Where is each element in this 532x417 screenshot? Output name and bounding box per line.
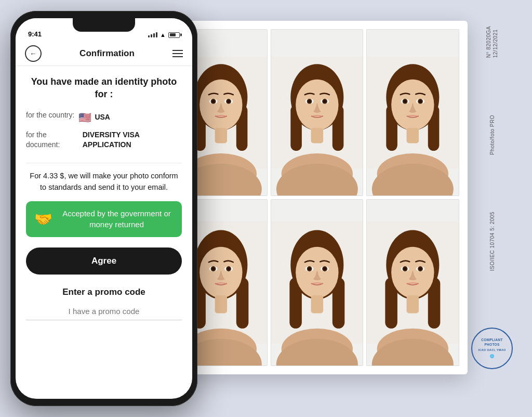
svg-rect-14 [215, 128, 228, 143]
nav-bar: ← Confirmation [16, 41, 192, 66]
svg-point-69 [323, 267, 326, 270]
svg-point-80 [404, 267, 407, 270]
svg-rect-42 [407, 128, 419, 143]
svg-point-10 [212, 100, 215, 103]
phone-shell: 9:41 ▲ ← Confirmation [10, 11, 197, 406]
svg-rect-56 [215, 295, 228, 313]
guarantee-text: Accepted by the government or money retu… [60, 208, 174, 230]
country-row: for the country: 🇺🇸 USA [26, 110, 182, 125]
sheet-label: N° 82020GA 12/12/2021 Photo/foto PRO ISO… [470, 21, 514, 374]
photo-sheet-wrapper: N° 82020GA 12/12/2021 Photo/foto PRO ISO… [166, 21, 520, 395]
photo-cell-5 [271, 199, 364, 366]
headline: You have made an identity photo for : [26, 75, 182, 101]
guarantee-banner: 🤝 Accepted by the government or money re… [26, 201, 182, 237]
svg-point-13 [227, 100, 230, 103]
photo-cell-6 [366, 199, 459, 366]
price-text: For 4.33 $, we will make your photo conf… [26, 171, 182, 193]
svg-rect-28 [311, 128, 323, 143]
compliance-stamp: COMPLIANT PHOTOS ICAO OACI, YMAO 🌐 [471, 328, 513, 369]
menu-button[interactable] [172, 50, 183, 57]
battery-icon [168, 32, 180, 38]
photo-cell-2 [271, 29, 364, 196]
phone: 9:41 ▲ ← Confirmation [10, 11, 197, 406]
svg-point-41 [419, 100, 422, 103]
svg-point-83 [419, 267, 422, 270]
document-value: DIVERSITY VISA APPLICATION [83, 130, 182, 150]
svg-point-27 [323, 100, 326, 103]
svg-rect-70 [311, 295, 323, 313]
svg-point-52 [212, 267, 215, 270]
sheet-number: N° 82020GA 12/12/2021 [485, 26, 499, 58]
status-bar: 9:41 ▲ [16, 18, 192, 41]
country-flag: 🇺🇸 [78, 110, 91, 125]
phone-screen: 9:41 ▲ ← Confirmation [16, 18, 192, 399]
promo-input[interactable] [26, 303, 182, 320]
agree-button[interactable]: Agree [26, 247, 182, 275]
back-button[interactable]: ← [25, 45, 42, 62]
country-name: USA [95, 112, 110, 123]
signal-icon [148, 32, 157, 37]
sheet-brand: Photo/foto PRO [489, 115, 496, 155]
nav-title: Confirmation [79, 48, 135, 59]
svg-point-66 [308, 267, 311, 270]
svg-point-24 [308, 100, 311, 103]
sheet-standard: ISO/IEC 10704 5: 2005 [489, 212, 496, 271]
phone-content: You have made an identity photo for : fo… [16, 66, 192, 399]
document-label: for the document: [26, 130, 78, 150]
svg-point-38 [404, 100, 407, 103]
wifi-icon: ▲ [160, 32, 166, 38]
promo-title: Enter a promo code [26, 287, 182, 297]
promo-section: Enter a promo code [26, 287, 182, 320]
divider-1 [26, 163, 182, 163]
country-label: for the country: [26, 110, 74, 121]
document-row: for the document: DIVERSITY VISA APPLICA… [26, 130, 182, 150]
photo-cell-3 [366, 29, 459, 196]
status-time: 9:41 [28, 30, 42, 38]
country-value: 🇺🇸 USA [78, 110, 110, 125]
svg-point-55 [227, 267, 230, 270]
svg-rect-84 [407, 295, 419, 313]
guarantee-icon: 🤝 [34, 211, 52, 228]
status-icons: ▲ [148, 32, 180, 38]
photo-sheet: N° 82020GA 12/12/2021 Photo/foto PRO ISO… [166, 21, 468, 374]
